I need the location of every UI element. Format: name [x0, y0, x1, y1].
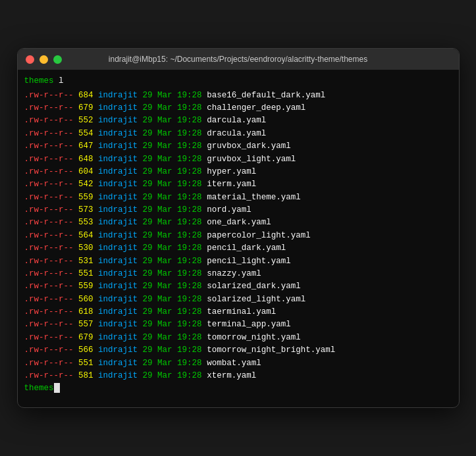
file-name: papercolor_light.yaml [207, 230, 311, 242]
file-perms: .rw-r--r-- [24, 332, 74, 344]
file-name: one_dark.yaml [207, 216, 271, 229]
file-size: 581 [78, 370, 93, 382]
file-size: 553 [78, 216, 93, 229]
file-owner: indrajit [98, 191, 138, 204]
file-owner: indrajit [98, 255, 138, 268]
list-item: .rw-r--r-- 573 indrajit 29 Mar 19:28 nor… [24, 204, 452, 216]
file-name: gruvbox_light.yaml [207, 153, 296, 166]
file-owner: indrajit [98, 280, 138, 293]
file-owner: indrajit [98, 230, 138, 242]
list-item: .rw-r--r-- 542 indrajit 29 Mar 19:28 ite… [24, 178, 452, 191]
terminal-window[interactable]: indrajit@iMbp15: ~/Documents/Projects/ee… [17, 48, 460, 407]
file-name: challenger_deep.yaml [207, 102, 305, 114]
minimize-button[interactable] [40, 55, 48, 64]
list-item: .rw-r--r-- 551 indrajit 29 Mar 19:28 wom… [24, 357, 452, 370]
file-name: nord.yaml [207, 204, 251, 216]
list-item: .rw-r--r-- 559 indrajit 29 Mar 19:28 sol… [24, 280, 452, 293]
file-name: hyper.yaml [207, 166, 256, 178]
file-size: 684 [78, 89, 93, 102]
file-date: 29 Mar 19:28 [143, 318, 202, 331]
file-date: 29 Mar 19:28 [143, 280, 202, 293]
file-date: 29 Mar 19:28 [143, 191, 202, 204]
file-name: base16_default_dark.yaml [207, 89, 325, 102]
file-perms: .rw-r--r-- [24, 216, 74, 229]
file-date: 29 Mar 19:28 [143, 306, 202, 318]
file-date: 29 Mar 19:28 [143, 370, 202, 382]
file-size: 618 [78, 306, 93, 318]
file-owner: indrajit [98, 204, 138, 216]
terminal-body[interactable]: themes l .rw-r--r-- 684 indrajit 29 Mar … [18, 70, 459, 407]
file-size: 557 [78, 318, 93, 331]
file-name: xterm.yaml [207, 370, 256, 382]
file-date: 29 Mar 19:28 [143, 140, 202, 153]
file-name: darcula.yaml [207, 114, 266, 127]
file-date: 29 Mar 19:28 [143, 216, 202, 229]
file-owner: indrajit [98, 89, 138, 102]
list-item: .rw-r--r-- 679 indrajit 29 Mar 19:28 cha… [24, 102, 452, 114]
prompt-line: themes l [24, 75, 452, 88]
file-owner: indrajit [98, 344, 138, 357]
title-bar: indrajit@iMbp15: ~/Documents/Projects/ee… [18, 49, 459, 70]
file-name: tomorrow_night.yaml [207, 332, 301, 344]
file-owner: indrajit [98, 332, 138, 344]
file-perms: .rw-r--r-- [24, 230, 74, 242]
maximize-button[interactable] [53, 55, 62, 64]
list-item: .rw-r--r-- 679 indrajit 29 Mar 19:28 tom… [24, 332, 452, 344]
list-item: .rw-r--r-- 557 indrajit 29 Mar 19:28 ter… [24, 318, 452, 331]
list-item: .rw-r--r-- 647 indrajit 29 Mar 19:28 gru… [24, 140, 452, 153]
file-date: 29 Mar 19:28 [143, 230, 202, 242]
list-item: .rw-r--r-- 618 indrajit 29 Mar 19:28 tae… [24, 306, 452, 318]
file-perms: .rw-r--r-- [24, 204, 74, 216]
file-name: solarized_light.yaml [207, 293, 305, 306]
file-owner: indrajit [98, 114, 138, 127]
file-name: gruvbox_dark.yaml [207, 140, 291, 153]
file-owner: indrajit [98, 242, 138, 255]
file-owner: indrajit [98, 318, 138, 331]
file-size: 559 [78, 191, 93, 204]
file-perms: .rw-r--r-- [24, 357, 74, 370]
cursor [54, 383, 60, 393]
file-list: .rw-r--r-- 684 indrajit 29 Mar 19:28 bas… [24, 89, 452, 383]
file-date: 29 Mar 19:28 [143, 268, 202, 280]
file-perms: .rw-r--r-- [24, 306, 74, 318]
file-perms: .rw-r--r-- [24, 102, 74, 114]
file-perms: .rw-r--r-- [24, 140, 74, 153]
file-size: 566 [78, 344, 93, 357]
file-owner: indrajit [98, 102, 138, 114]
file-date: 29 Mar 19:28 [143, 114, 202, 127]
file-name: iterm.yaml [207, 178, 256, 191]
close-button[interactable] [26, 55, 34, 64]
list-item: .rw-r--r-- 560 indrajit 29 Mar 19:28 sol… [24, 293, 452, 306]
file-size: 564 [78, 230, 93, 242]
file-date: 29 Mar 19:28 [143, 344, 202, 357]
file-perms: .rw-r--r-- [24, 293, 74, 306]
file-perms: .rw-r--r-- [24, 178, 74, 191]
file-size: 551 [78, 268, 93, 280]
file-perms: .rw-r--r-- [24, 268, 74, 280]
file-owner: indrajit [98, 178, 138, 191]
file-perms: .rw-r--r-- [24, 153, 74, 166]
list-item: .rw-r--r-- 552 indrajit 29 Mar 19:28 dar… [24, 114, 452, 127]
file-size: 530 [78, 242, 93, 255]
file-size: 552 [78, 114, 93, 127]
file-date: 29 Mar 19:28 [143, 255, 202, 268]
file-date: 29 Mar 19:28 [143, 153, 202, 166]
file-perms: .rw-r--r-- [24, 318, 74, 331]
list-item: .rw-r--r-- 566 indrajit 29 Mar 19:28 tom… [24, 344, 452, 357]
list-item: .rw-r--r-- 648 indrajit 29 Mar 19:28 gru… [24, 153, 452, 166]
file-owner: indrajit [98, 166, 138, 178]
file-size: 560 [78, 293, 93, 306]
file-date: 29 Mar 19:28 [143, 102, 202, 114]
file-size: 604 [78, 166, 93, 178]
file-date: 29 Mar 19:28 [143, 357, 202, 370]
list-item: .rw-r--r-- 553 indrajit 29 Mar 19:28 one… [24, 216, 452, 229]
prompt-cwd: themes [24, 76, 54, 86]
list-item: .rw-r--r-- 684 indrajit 29 Mar 19:28 bas… [24, 89, 452, 102]
file-perms: .rw-r--r-- [24, 255, 74, 268]
window-title: indrajit@iMbp15: ~/Documents/Projects/ee… [109, 55, 367, 64]
file-owner: indrajit [98, 140, 138, 153]
file-perms: .rw-r--r-- [24, 370, 74, 382]
file-name: solarized_dark.yaml [207, 280, 301, 293]
file-perms: .rw-r--r-- [24, 89, 74, 102]
list-item: .rw-r--r-- 551 indrajit 29 Mar 19:28 sna… [24, 268, 452, 280]
